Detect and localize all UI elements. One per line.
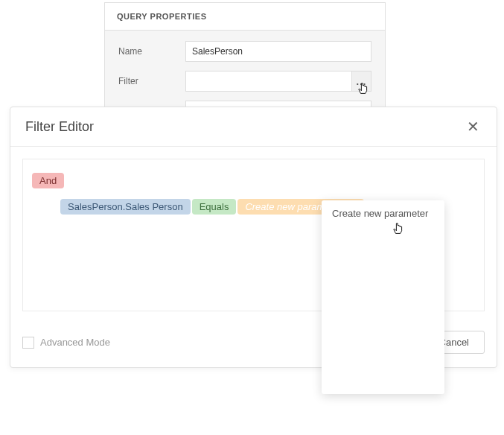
- modal-header: Filter Editor ✕: [10, 107, 497, 147]
- modal-title: Filter Editor: [25, 119, 94, 135]
- close-icon: ✕: [467, 118, 479, 136]
- input-name[interactable]: [185, 41, 371, 62]
- advanced-mode-group[interactable]: Advanced Mode: [22, 337, 110, 349]
- input-filter[interactable]: [185, 71, 352, 92]
- label-name: Name: [118, 46, 185, 57]
- pill-and[interactable]: And: [32, 173, 64, 188]
- dropdown-item-create-parameter[interactable]: Create new parameter: [322, 200, 444, 226]
- row-filter: Filter ...: [118, 71, 371, 92]
- pointer-cursor-icon: [392, 221, 406, 238]
- advanced-mode-label: Advanced Mode: [40, 337, 110, 348]
- pill-operator[interactable]: Equals: [192, 199, 237, 215]
- query-properties-title: QUERY PROPERTIES: [105, 3, 385, 31]
- parameter-dropdown: Create new parameter: [322, 200, 444, 394]
- pill-field[interactable]: SalesPerson.Sales Person: [60, 199, 191, 215]
- label-filter: Filter: [118, 76, 185, 86]
- close-button[interactable]: ✕: [464, 118, 482, 136]
- row-name: Name: [118, 41, 371, 62]
- pointer-cursor-icon: [357, 81, 371, 98]
- advanced-mode-checkbox[interactable]: [22, 337, 34, 349]
